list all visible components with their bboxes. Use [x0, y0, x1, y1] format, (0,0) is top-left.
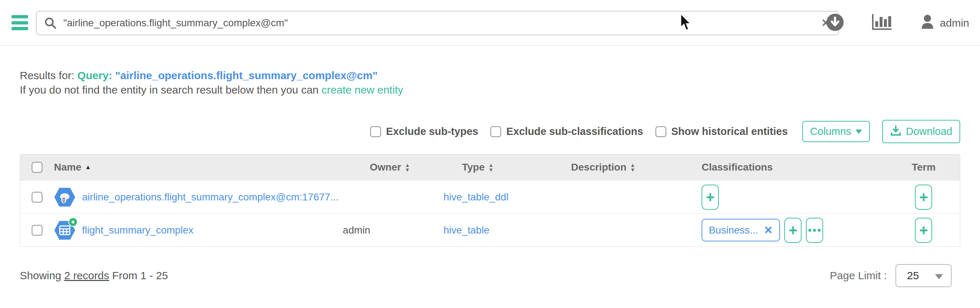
- hint-text: If you do not find the entity in search …: [20, 84, 319, 96]
- query-value: "airline_operations.flight_summary_compl…: [115, 69, 378, 81]
- search-bar: ✕: [36, 11, 839, 35]
- header-label: Name: [54, 161, 81, 173]
- exclude-subtypes-checkbox[interactable]: Exclude sub-types: [370, 126, 478, 137]
- header-label: Description: [571, 161, 626, 173]
- filter-row: Exclude sub-types Exclude sub-classifica…: [20, 120, 960, 143]
- plus-icon: +: [789, 223, 798, 238]
- header-label: Owner: [370, 161, 401, 173]
- sort-asc-icon: ▲: [85, 164, 91, 171]
- classifications-column-header: Classifications: [702, 161, 888, 173]
- description-column-header[interactable]: Description ▲▼: [513, 161, 693, 173]
- term-column-header: Term: [888, 161, 960, 173]
- user-name-label: admin: [940, 17, 969, 29]
- hive-process-hexagon-icon: [54, 187, 76, 207]
- entity-name-link[interactable]: flight_summary_complex: [82, 225, 194, 236]
- download-button[interactable]: Download: [882, 120, 960, 143]
- header-label: Type: [462, 161, 485, 173]
- page-limit-value: 25: [907, 270, 919, 282]
- type-link[interactable]: hive_table_ddl: [442, 192, 509, 203]
- results-summary: Results for: Query: "airline_operations.…: [20, 67, 960, 84]
- add-classification-button[interactable]: +: [702, 185, 719, 210]
- showing-prefix: Showing: [20, 270, 61, 281]
- download-icon: [890, 124, 902, 139]
- row-checkbox[interactable]: [32, 192, 43, 203]
- checkbox-icon[interactable]: [370, 126, 381, 137]
- page-limit-label: Page Limit :: [830, 270, 887, 282]
- caret-down-icon: [935, 274, 943, 279]
- plus-icon: +: [919, 190, 928, 205]
- person-icon: [920, 14, 935, 32]
- classification-badge-icon: [68, 217, 78, 227]
- caret-down-icon: [856, 129, 862, 134]
- remove-classification-icon[interactable]: ✕: [764, 224, 773, 236]
- plus-icon: +: [919, 223, 928, 238]
- show-historical-entities-checkbox[interactable]: Show historical entities: [655, 126, 788, 137]
- name-column-header[interactable]: Name ▲: [54, 161, 338, 173]
- checkbox-label: Exclude sub-types: [386, 126, 478, 137]
- plus-icon: +: [706, 190, 715, 205]
- type-column-header[interactable]: Type ▲▼: [442, 161, 514, 173]
- query-label: Query:: [77, 69, 112, 81]
- circle-arrow-down-icon[interactable]: [826, 13, 844, 33]
- ellipsis-icon: [808, 229, 821, 232]
- header-label: Classifications: [702, 161, 773, 173]
- owner-value: [338, 192, 343, 203]
- checkbox-icon[interactable]: [490, 126, 501, 137]
- sort-both-icon: ▲▼: [488, 163, 493, 172]
- table-header-row: Name ▲ Owner ▲▼ Type ▲▼ Description: [20, 154, 960, 180]
- search-icon: [44, 16, 57, 31]
- checkbox-label: Exclude sub-classifications: [506, 126, 643, 137]
- add-classification-button[interactable]: +: [784, 218, 802, 243]
- sort-both-icon: ▲▼: [405, 163, 410, 172]
- checkbox-icon[interactable]: [655, 126, 666, 137]
- columns-button-label: Columns: [810, 126, 851, 137]
- classification-tag-label: Business...: [709, 225, 758, 236]
- table-row: airline_operations.flight_summary_comple…: [20, 180, 960, 213]
- owner-value: admin: [338, 225, 370, 236]
- table-row: flight_summary_complex admin hive_table …: [20, 213, 960, 246]
- create-entity-hint: If you do not find the entity in search …: [20, 84, 960, 96]
- checkbox-label: Show historical entities: [671, 126, 788, 137]
- topbar-icons: admin: [826, 0, 969, 46]
- download-button-label: Download: [906, 126, 952, 137]
- sort-both-icon: ▲▼: [630, 163, 635, 172]
- atlas-search-page: ✕: [0, 0, 980, 308]
- results-table: Name ▲ Owner ▲▼ Type ▲▼ Description: [20, 154, 960, 247]
- menu-icon[interactable]: [11, 15, 28, 30]
- classification-tag[interactable]: Business... ✕: [702, 219, 780, 241]
- page-limit-control: Page Limit : 25: [830, 264, 951, 287]
- owner-column-header[interactable]: Owner ▲▼: [338, 161, 442, 173]
- more-classifications-button[interactable]: [806, 218, 823, 243]
- results-prefix: Results for:: [20, 69, 75, 81]
- add-term-button[interactable]: +: [915, 218, 932, 243]
- bar-chart-icon[interactable]: [872, 13, 891, 33]
- header-label: Term: [912, 161, 935, 173]
- user-menu[interactable]: admin: [920, 14, 969, 32]
- exclude-subclassifications-checkbox[interactable]: Exclude sub-classifications: [490, 126, 643, 137]
- hive-table-hexagon-icon: [54, 220, 76, 240]
- select-all-checkbox[interactable]: [32, 162, 43, 173]
- page-limit-select[interactable]: 25: [896, 264, 951, 287]
- type-link[interactable]: hive_table: [442, 225, 490, 236]
- columns-button[interactable]: Columns: [802, 121, 870, 142]
- top-bar: ✕: [0, 0, 980, 46]
- add-term-button[interactable]: +: [915, 185, 932, 210]
- showing-summary: Showing 2 records From 1 - 25: [20, 270, 168, 282]
- search-input[interactable]: [36, 11, 839, 35]
- main-content: Results for: Query: "airline_operations.…: [0, 67, 980, 287]
- create-new-entity-link[interactable]: create new entity: [321, 84, 403, 96]
- table-footer: Showing 2 records From 1 - 25 Page Limit…: [20, 264, 960, 287]
- records-count-link[interactable]: 2 records: [64, 270, 109, 281]
- row-checkbox[interactable]: [32, 225, 43, 236]
- entity-name-link[interactable]: airline_operations.flight_summary_comple…: [82, 192, 339, 203]
- range-text: From 1 - 25: [112, 270, 168, 281]
